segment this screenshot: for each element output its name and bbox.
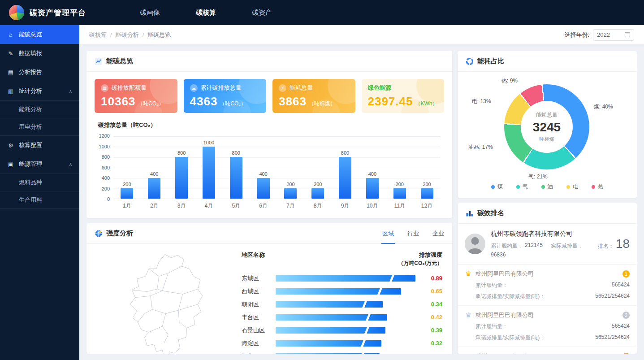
stat-label: 能耗总量	[290, 84, 313, 92]
intensity-bar[interactable]	[276, 353, 380, 354]
intensity-row: 顺义区0.29	[242, 350, 442, 354]
stats-icon: ▥	[7, 88, 14, 95]
bar[interactable]	[339, 157, 351, 199]
bar[interactable]	[203, 147, 215, 199]
legend-item-electricity[interactable]: 电	[566, 183, 578, 191]
stat-card-total-emission: ☁ 累计碳排放总量 4363 （吨CO₂）	[184, 79, 267, 113]
intensity-body: 地区名称 排放强度 （万吨CO₂/万元） 东城区0.89西城区0.65朝阳区0.…	[86, 244, 452, 354]
overview-card-header: 能碳总览	[86, 51, 452, 72]
breadcrumb-item[interactable]: 能碳分析	[116, 31, 139, 39]
ranking-list-item[interactable]: ♛杭州阿里巴巴有限公司2累计履约量：565424承诺减排量/实际减排量(吨)：5…	[458, 306, 637, 347]
bar[interactable]	[393, 188, 406, 199]
legend-item-heat[interactable]: 热	[592, 183, 603, 191]
stat-value: 3863	[279, 95, 307, 108]
legend-label: 油	[548, 183, 553, 191]
intensity-bar[interactable]	[276, 288, 401, 295]
stat-unit: （吨CO₂）	[138, 100, 164, 108]
monthly-bar-chart: 碳排放总量（吨CO₂） 120010008006004002000 200400…	[86, 117, 452, 218]
bar-value-label: 400	[150, 171, 158, 177]
bar-chart-plot: 2004008001000800400200200800400200200	[113, 136, 441, 199]
energy-total-icon: ⚡	[279, 84, 286, 92]
legend-item-oil[interactable]: 油	[541, 183, 553, 191]
intensity-rows: 东城区0.89西城区0.65朝阳区0.34丰台区0.42石景山区0.39海淀区0…	[242, 272, 442, 354]
x-axis-label: 10月	[359, 202, 386, 210]
intensity-bar-track	[276, 288, 415, 295]
sidebar-item-fuel-type[interactable]: 燃料品种	[0, 173, 79, 191]
year-select[interactable]	[593, 29, 634, 41]
intensity-row: 丰台区0.42	[242, 311, 442, 324]
bar[interactable]	[366, 178, 379, 199]
breadcrumb-item[interactable]: 能碳总览	[147, 31, 171, 39]
district-name: 东城区	[242, 274, 274, 282]
featured-company-name: 杭州零碳领跑者科技有限公司	[491, 230, 592, 238]
stat-label: 累计碳排放总量	[201, 84, 242, 92]
intensity-bar[interactable]	[276, 327, 385, 334]
x-axis-label: 12月	[413, 202, 441, 210]
ranking-list: ♛杭州阿里巴巴有限公司1累计履约量：565424承诺减排量/实际减排量(吨)：5…	[458, 265, 637, 354]
sidebar-item-production-material[interactable]: 生产用料	[0, 191, 79, 208]
featured-rank-item[interactable]: 杭州零碳领跑者科技有限公司 累计履约量： 212145 实际减排量： 96836…	[458, 224, 637, 265]
tab-enterprise[interactable]: 企业	[432, 230, 444, 238]
metric-value: 96836	[491, 252, 506, 258]
bar-value-label: 200	[123, 182, 131, 187]
stat-unit: （吨标煤）	[309, 100, 336, 108]
edit-icon: ✎	[7, 50, 14, 57]
sidebar-item-electricity-analysis[interactable]: 用电分析	[0, 118, 79, 135]
sidebar: ⌂ 能碳总览 ✎ 数据填报 ▤ 分析报告 ▥ 统计分析 ∧ 能耗分析 用电分析 …	[0, 25, 79, 360]
bar[interactable]	[175, 157, 188, 199]
bar[interactable]	[121, 188, 133, 199]
ranking-list-item[interactable]: ♛杭州阿里巴巴有限公司1累计履约量：565424承诺减排量/实际减排量(吨)：5…	[458, 265, 637, 306]
sidebar-item-analysis-report[interactable]: ▤ 分析报告	[0, 63, 79, 82]
intensity-bar[interactable]	[276, 314, 387, 321]
bar-stripe	[361, 340, 366, 347]
nav-carbon-asset[interactable]: 碳资产	[252, 0, 272, 25]
featured-info: 杭州零碳领跑者科技有限公司 累计履约量： 212145 实际减排量： 96836	[491, 230, 592, 258]
intensity-bar[interactable]	[276, 301, 383, 308]
bar[interactable]	[257, 178, 270, 199]
legend-dot	[566, 185, 570, 189]
company-name: 杭州阿里巴巴有限公司	[475, 311, 619, 319]
sidebar-item-energy-analysis[interactable]: 能耗分析	[0, 100, 79, 118]
sidebar-item-data-entry[interactable]: ✎ 数据填报	[0, 44, 79, 63]
silver-medal-icon: ♛	[465, 311, 472, 319]
breadcrumb-item[interactable]: 碳核算	[89, 31, 107, 39]
sidebar-item-energy-management[interactable]: ▣ 能源管理 ∧	[0, 155, 79, 173]
breadcrumb-separator: /	[143, 31, 144, 38]
legend-dot	[516, 185, 520, 189]
bar[interactable]	[311, 188, 324, 199]
intensity-bar[interactable]	[276, 340, 381, 347]
legend-item-coal[interactable]: 煤	[491, 183, 503, 191]
intensity-bar[interactable]	[276, 275, 415, 282]
bar[interactable]	[230, 157, 242, 199]
energy-donut-ring[interactable]	[504, 84, 589, 169]
year-input[interactable]	[597, 31, 625, 38]
metric-label: 实际减排量：	[551, 242, 583, 250]
intensity-bar-track	[276, 340, 415, 347]
stat-card-energy-total: ⚡ 能耗总量 3863 （吨标煤）	[272, 79, 355, 113]
tab-region[interactable]: 区域	[382, 230, 394, 238]
y-axis-tick: 0	[107, 197, 110, 202]
stat-card-green-energy: 绿色能源 2397.45 （KWh）	[362, 79, 445, 113]
nav-carbon-accounting[interactable]: 碳核算	[196, 0, 216, 25]
sidebar-item-accounting-config[interactable]: ⚙ 核算配置	[0, 136, 79, 155]
district-name: 海淀区	[242, 339, 274, 347]
tab-industry[interactable]: 行业	[407, 230, 419, 238]
sidebar-item-statistics[interactable]: ▥ 统计分析 ∧	[0, 82, 79, 100]
main-area: 碳核算 / 能碳分析 / 能碳总览 选择年份: 能碳总览	[79, 25, 644, 360]
district-name: 石景山区	[242, 326, 274, 334]
donut-callout-coal: 煤: 40%	[594, 103, 613, 111]
sidebar-item-overview[interactable]: ⌂ 能碳总览	[0, 25, 79, 44]
energy-donut: 能耗总量 3245 吨标煤 热: 9% 煤: 40% 气: 21% 油品: 17…	[458, 72, 637, 182]
intensity-table: 地区名称 排放强度 （万吨CO₂/万元） 东城区0.89西城区0.65朝阳区0.…	[242, 250, 442, 346]
bar-column: 800	[332, 136, 359, 199]
bar[interactable]	[421, 188, 433, 199]
ranking-list-item[interactable]: ♛杭州阿里巴巴有限公司3累计履约量：565424承诺减排量/实际减排量(吨)：5…	[458, 347, 637, 354]
bar[interactable]	[284, 188, 297, 199]
nav-carbon-portrait[interactable]: 碳画像	[140, 0, 160, 25]
ranking-metric-row: 承诺减排量/实际减排量(吨)：56521/254624	[465, 334, 630, 342]
metric-value: 56521/254624	[595, 293, 630, 300]
legend-label: 电	[573, 183, 578, 191]
ranking-item-top: ♛杭州阿里巴巴有限公司2	[465, 311, 630, 319]
legend-item-gas[interactable]: 气	[516, 183, 528, 191]
bar[interactable]	[148, 178, 160, 199]
